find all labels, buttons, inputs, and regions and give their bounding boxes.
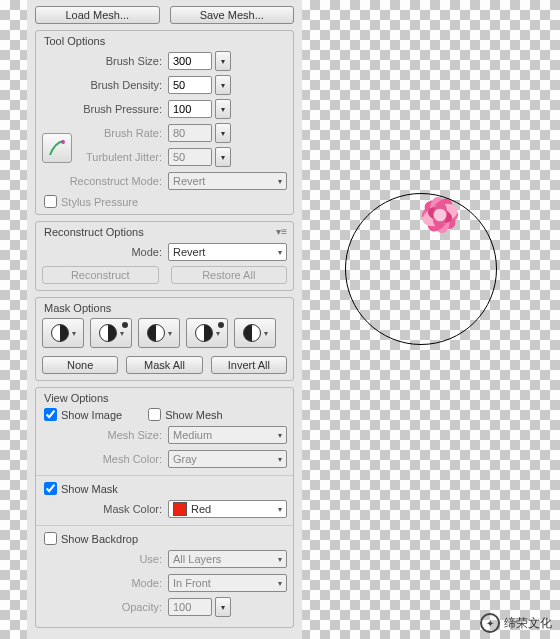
chevron-down-icon: ▾ bbox=[278, 431, 282, 440]
mesh-buttons: Load Mesh... Save Mesh... bbox=[35, 6, 294, 24]
turbulent-jitter-input bbox=[168, 148, 212, 166]
watermark: ✦ 缔荣文化 bbox=[480, 613, 552, 633]
brush-size-label: Brush Size: bbox=[42, 55, 168, 67]
save-mesh-button[interactable]: Save Mesh... bbox=[170, 6, 295, 24]
mesh-size-value: Medium bbox=[173, 429, 212, 441]
stylus-pressure-checkbox[interactable]: Stylus Pressure bbox=[44, 195, 287, 208]
mesh-size-label: Mesh Size: bbox=[42, 429, 168, 441]
opacity-input bbox=[168, 598, 212, 616]
mask-color-select[interactable]: Red ▾ bbox=[168, 500, 287, 518]
mesh-color-select: Gray ▾ bbox=[168, 450, 287, 468]
stylus-pressure-input[interactable] bbox=[44, 195, 57, 208]
tool-options-group: Tool Options Brush Size: ▾ Brush Density… bbox=[35, 30, 294, 215]
chevron-down-icon: ▾ bbox=[278, 505, 282, 514]
tool-options-title: Tool Options bbox=[44, 35, 287, 47]
load-mesh-button[interactable]: Load Mesh... bbox=[35, 6, 160, 24]
show-backdrop-input[interactable] bbox=[44, 532, 57, 545]
options-panel: Load Mesh... Save Mesh... Tool Options B… bbox=[27, 0, 302, 639]
wechat-icon: ✦ bbox=[480, 613, 500, 633]
mask-color-value: Red bbox=[191, 503, 211, 515]
opacity-label: Opacity: bbox=[42, 601, 168, 613]
show-mask-input[interactable] bbox=[44, 482, 57, 495]
watermark-text: 缔荣文化 bbox=[504, 615, 552, 632]
svg-point-7 bbox=[431, 201, 449, 228]
mask-options-title: Mask Options bbox=[44, 302, 287, 314]
mesh-color-value: Gray bbox=[173, 453, 197, 465]
svg-point-1 bbox=[422, 205, 458, 225]
brush-pressure-input[interactable] bbox=[168, 100, 212, 118]
flower-image bbox=[405, 180, 475, 250]
backdrop-use-label: Use: bbox=[42, 553, 168, 565]
backdrop-mode-value: In Front bbox=[173, 577, 211, 589]
brush-pressure-dropdown[interactable]: ▾ bbox=[215, 99, 231, 119]
show-mask-checkbox[interactable]: Show Mask bbox=[44, 482, 287, 495]
backdrop-mode-label: Mode: bbox=[42, 577, 168, 589]
mask-options-group: Mask Options ▾ ▾ ▾ ▾ ▾ None Mask All Inv… bbox=[35, 297, 294, 381]
mask-mode-4[interactable]: ▾ bbox=[186, 318, 228, 348]
brush-size-input[interactable] bbox=[168, 52, 212, 70]
mask-mode-3[interactable]: ▾ bbox=[138, 318, 180, 348]
brush-density-dropdown[interactable]: ▾ bbox=[215, 75, 231, 95]
opacity-dropdown: ▾ bbox=[215, 597, 231, 617]
mask-none-button[interactable]: None bbox=[42, 356, 118, 374]
restore-all-button[interactable]: Restore All bbox=[171, 266, 288, 284]
show-mask-label: Show Mask bbox=[61, 483, 118, 495]
reconstruct-mode-label: Reconstruct Mode: bbox=[42, 175, 168, 187]
panel-menu-icon[interactable]: ▾≡ bbox=[276, 226, 287, 237]
reconstruct-options-group: Reconstruct Options ▾≡ Mode: Revert ▾ Re… bbox=[35, 221, 294, 291]
svg-point-2 bbox=[420, 196, 460, 234]
mask-color-swatch bbox=[173, 502, 187, 516]
pressure-tool-icon[interactable] bbox=[42, 133, 72, 163]
chevron-down-icon: ▾ bbox=[278, 177, 282, 186]
reconstruct-mode-row-select[interactable]: Revert ▾ bbox=[168, 243, 287, 261]
mask-color-label: Mask Color: bbox=[42, 503, 168, 515]
show-backdrop-label: Show Backdrop bbox=[61, 533, 138, 545]
mesh-color-label: Mesh Color: bbox=[42, 453, 168, 465]
show-image-label: Show Image bbox=[61, 409, 122, 421]
reconstruct-mode-row-label: Mode: bbox=[42, 246, 168, 258]
chevron-down-icon: ▾ bbox=[278, 579, 282, 588]
reconstruct-mode-value: Revert bbox=[173, 175, 205, 187]
reconstruct-options-title: Reconstruct Options ▾≡ bbox=[44, 226, 287, 238]
chevron-down-icon: ▾ bbox=[72, 329, 76, 338]
mask-mode-2[interactable]: ▾ bbox=[90, 318, 132, 348]
show-mesh-checkbox[interactable]: Show Mesh bbox=[148, 408, 222, 421]
mask-mode-1[interactable]: ▾ bbox=[42, 318, 84, 348]
mesh-size-select: Medium ▾ bbox=[168, 426, 287, 444]
brush-size-dropdown[interactable]: ▾ bbox=[215, 51, 231, 71]
brush-rate-input bbox=[168, 124, 212, 142]
turbulent-jitter-dropdown: ▾ bbox=[215, 147, 231, 167]
backdrop-mode-select: In Front ▾ bbox=[168, 574, 287, 592]
brush-density-input[interactable] bbox=[168, 76, 212, 94]
mask-mode-5[interactable]: ▾ bbox=[234, 318, 276, 348]
backdrop-use-select: All Layers ▾ bbox=[168, 550, 287, 568]
svg-point-5 bbox=[420, 200, 461, 231]
brush-pressure-label: Brush Pressure: bbox=[42, 103, 168, 115]
svg-point-3 bbox=[427, 195, 453, 234]
brush-density-label: Brush Density: bbox=[42, 79, 168, 91]
svg-point-0 bbox=[61, 140, 65, 144]
show-image-input[interactable] bbox=[44, 408, 57, 421]
svg-point-8 bbox=[434, 209, 447, 222]
mask-mode-row: ▾ ▾ ▾ ▾ ▾ bbox=[42, 318, 287, 348]
mask-all-button[interactable]: Mask All bbox=[126, 356, 202, 374]
show-mesh-label: Show Mesh bbox=[165, 409, 222, 421]
invert-all-button[interactable]: Invert All bbox=[211, 356, 287, 374]
chevron-down-icon: ▾ bbox=[216, 329, 220, 338]
reconstruct-mode-row-value: Revert bbox=[173, 246, 205, 258]
svg-point-6 bbox=[426, 204, 454, 226]
chevron-down-icon: ▾ bbox=[264, 329, 268, 338]
show-mesh-input[interactable] bbox=[148, 408, 161, 421]
stylus-pressure-label: Stylus Pressure bbox=[61, 196, 138, 208]
brush-cursor-circle bbox=[345, 193, 497, 345]
reconstruct-mode-select: Revert ▾ bbox=[168, 172, 287, 190]
view-options-title: View Options bbox=[44, 392, 287, 404]
reconstruct-button[interactable]: Reconstruct bbox=[42, 266, 159, 284]
chevron-down-icon: ▾ bbox=[278, 248, 282, 257]
chevron-down-icon: ▾ bbox=[168, 329, 172, 338]
show-backdrop-checkbox[interactable]: Show Backdrop bbox=[44, 532, 287, 545]
brush-rate-dropdown: ▾ bbox=[215, 123, 231, 143]
show-image-checkbox[interactable]: Show Image bbox=[44, 408, 122, 421]
view-options-group: View Options Show Image Show Mesh Mesh S… bbox=[35, 387, 294, 628]
chevron-down-icon: ▾ bbox=[120, 329, 124, 338]
